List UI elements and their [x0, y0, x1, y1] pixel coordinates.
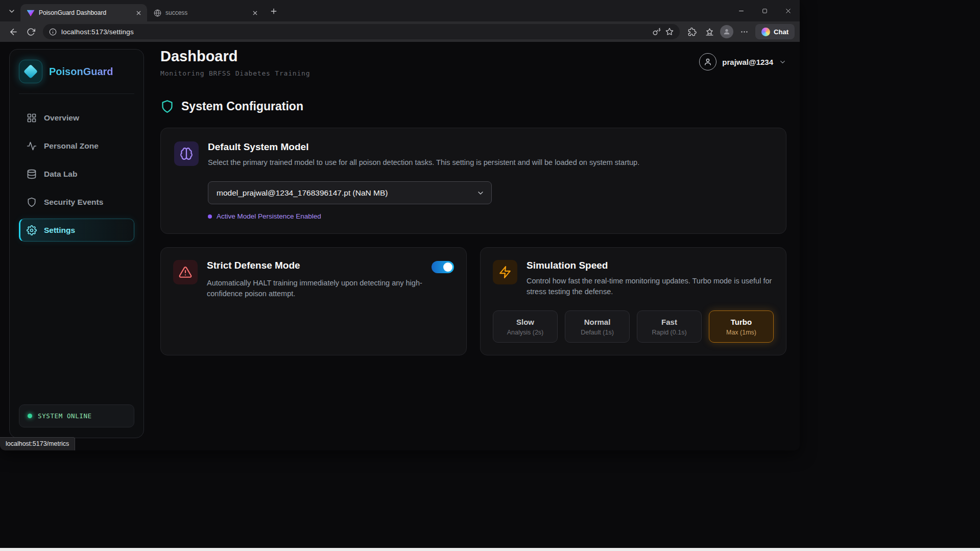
copilot-chat-button[interactable]: Chat [755, 24, 795, 39]
model-select[interactable]: model_prajwal@1234_1768396147.pt (NaN MB… [208, 181, 492, 204]
profile-avatar[interactable] [720, 25, 733, 38]
database-icon [27, 169, 37, 179]
tab-search-button[interactable] [4, 4, 19, 19]
option-label: Slow [496, 318, 554, 326]
chat-label: Chat [774, 28, 788, 36]
chevron-down-icon [779, 58, 786, 66]
address-bar[interactable]: localhost:5173/settings [43, 24, 680, 39]
card-title: Default System Model [208, 141, 773, 153]
tab-close-icon[interactable] [250, 8, 259, 17]
chevron-down-icon [8, 7, 16, 15]
main-content: Dashboard Monitoring BRFSS Diabetes Trai… [160, 48, 786, 355]
speed-option-normal[interactable]: Normal Default (1s) [565, 310, 630, 343]
globe-favicon-icon [153, 9, 161, 17]
strict-defense-card: Strict Defense Mode Automatically HALT t… [160, 247, 467, 355]
minimize-icon [737, 7, 745, 15]
link-preview-tooltip: localhost:5173/metrics [0, 437, 75, 450]
option-sublabel: Max (1ms) [712, 329, 770, 336]
maximize-button[interactable] [753, 0, 776, 21]
option-label: Turbo [712, 318, 770, 326]
username: prajwal@1234 [722, 58, 773, 66]
section-header: System Configuration [160, 100, 786, 113]
favorites-star-icon [705, 28, 714, 36]
close-icon [784, 7, 792, 15]
status-dot [28, 414, 32, 418]
sidebar-item-label: Settings [44, 226, 75, 235]
tab-title: success [165, 9, 246, 16]
copilot-icon [761, 28, 770, 36]
refresh-button[interactable] [22, 24, 39, 39]
zap-icon [493, 260, 517, 284]
sidebar-item-label: Personal Zone [44, 141, 99, 151]
card-description: Control how fast the real-time monitorin… [527, 276, 774, 297]
user-icon [723, 28, 731, 36]
url-text: localhost:5173/settings [61, 28, 648, 36]
section-title: System Configuration [181, 100, 303, 113]
site-info-icon[interactable] [49, 28, 57, 36]
desktop: PoisonGuard Dashboard success [0, 0, 980, 551]
option-label: Fast [640, 318, 698, 326]
brand-name: PoisonGuard [49, 66, 113, 78]
tab-strip: PoisonGuard Dashboard success [0, 0, 800, 21]
default-model-card: Default System Model Select the primary … [160, 128, 786, 234]
status-text: Active Model Persistence Enabled [217, 212, 321, 220]
tab-close-icon[interactable] [134, 8, 143, 17]
vite-favicon-icon [27, 9, 35, 17]
back-button[interactable] [5, 24, 21, 39]
tab-title: PoisonGuard Dashboard [39, 9, 130, 16]
strict-defense-toggle[interactable] [432, 261, 454, 273]
brand-logo-icon [19, 60, 42, 83]
page-header: Dashboard Monitoring BRFSS Diabetes Trai… [160, 48, 786, 77]
card-title: Strict Defense Mode [207, 260, 300, 271]
close-window-button[interactable] [776, 0, 800, 21]
user-menu[interactable]: prajwal@1234 [699, 53, 786, 70]
sidebar-item-settings[interactable]: Settings [19, 219, 134, 242]
password-key-icon[interactable] [653, 28, 661, 36]
browser-tab-success[interactable]: success [147, 4, 264, 21]
ellipsis-icon [740, 28, 749, 36]
browser-toolbar: localhost:5173/settings [0, 21, 800, 42]
speed-option-slow[interactable]: Slow Analysis (2s) [493, 310, 558, 343]
puzzle-icon [688, 28, 697, 36]
favorite-star-icon[interactable] [665, 28, 674, 36]
sidebar-item-label: Data Lab [44, 170, 77, 179]
arrow-left-icon [9, 27, 18, 37]
minimize-button[interactable] [729, 0, 753, 21]
taskbar-edge [0, 548, 980, 551]
page-title: Dashboard [160, 48, 310, 65]
sidebar-nav: Overview Personal Zone Data Lab Security… [19, 106, 134, 242]
user-avatar-icon [699, 53, 716, 70]
brain-icon [174, 141, 199, 166]
option-sublabel: Default (1s) [568, 329, 626, 336]
grid-icon [27, 113, 37, 123]
sidebar: PoisonGuard Overview Personal Zone Data … [9, 49, 144, 438]
card-description: Select the primary trained model to use … [208, 157, 773, 168]
option-label: Normal [568, 318, 626, 326]
sidebar-item-personal-zone[interactable]: Personal Zone [19, 134, 134, 157]
option-sublabel: Analysis (2s) [496, 329, 554, 336]
sidebar-item-data-lab[interactable]: Data Lab [19, 162, 134, 185]
browser-tab-poisonguard[interactable]: PoisonGuard Dashboard [20, 4, 147, 21]
plus-icon [270, 7, 278, 15]
maximize-icon [761, 8, 768, 14]
more-menu-button[interactable] [736, 24, 752, 39]
new-tab-button[interactable] [267, 4, 281, 18]
sidebar-item-overview[interactable]: Overview [19, 106, 134, 129]
favorites-bar-button[interactable] [701, 24, 718, 39]
speed-options: Slow Analysis (2s) Normal Default (1s) F… [493, 310, 774, 343]
browser-window: PoisonGuard Dashboard success [0, 0, 800, 450]
refresh-icon [27, 28, 35, 36]
extensions-button[interactable] [684, 24, 700, 39]
activity-icon [27, 141, 37, 151]
option-sublabel: Rapid (0.1s) [640, 329, 698, 336]
alert-triangle-icon [173, 260, 198, 284]
status-label: SYSTEM ONLINE [38, 412, 92, 420]
sidebar-item-security-events[interactable]: Security Events [19, 190, 134, 213]
window-controls [729, 0, 800, 21]
speed-option-turbo[interactable]: Turbo Max (1ms) [709, 310, 774, 343]
shield-icon [160, 100, 174, 113]
toggle-knob [443, 262, 452, 272]
speed-option-fast[interactable]: Fast Rapid (0.1s) [637, 310, 702, 343]
card-title: Simulation Speed [527, 260, 774, 271]
sidebar-item-label: Overview [44, 113, 79, 123]
